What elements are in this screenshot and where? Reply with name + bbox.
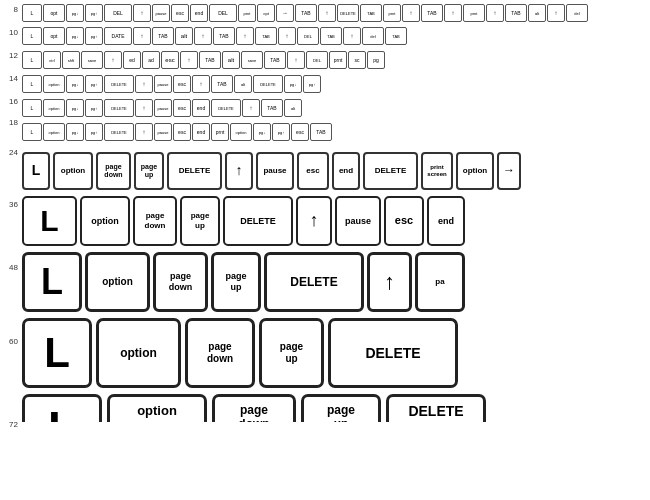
key-opt-14[interactable]: option [43, 75, 65, 93]
key-save2-12[interactable]: save [241, 51, 263, 69]
key-pagedown-72[interactable]: pagedown [212, 394, 296, 422]
key-prnt2-8[interactable]: prnt [383, 4, 401, 22]
key-up-18[interactable]: ↑ [135, 123, 153, 141]
key-del4-8[interactable]: del [566, 4, 588, 22]
key-ed-12[interactable]: ed [123, 51, 141, 69]
key-up-24[interactable]: ↑ [225, 152, 253, 190]
key-del2-14[interactable]: DELETE [253, 75, 283, 93]
key-tab4-8[interactable]: TAB [505, 4, 527, 22]
key-up2-16[interactable]: ↑ [242, 99, 260, 117]
key-tab-18[interactable]: TAB [310, 123, 332, 141]
key-up4-8[interactable]: ↑ [444, 4, 462, 22]
key-delete-24[interactable]: DELETE [167, 152, 222, 190]
key-option-48[interactable]: option [85, 252, 150, 312]
key-pageup-60[interactable]: pageup [259, 318, 324, 388]
key-end-36[interactable]: end [427, 196, 465, 246]
key-up3-8[interactable]: ↑ [402, 4, 420, 22]
key-up2-14[interactable]: ↑ [192, 75, 210, 93]
key-pgup-8[interactable]: pg↑ [85, 4, 103, 22]
key-pgup-16[interactable]: pg↑ [85, 99, 103, 117]
key-tab2-8[interactable]: TAB [360, 4, 382, 22]
key-alt-8[interactable]: alt [528, 4, 546, 22]
key-prnt-8[interactable]: prnt [238, 4, 256, 22]
key-ctrl-12[interactable]: ctrl [43, 51, 61, 69]
key-delete2-24[interactable]: DELETE [363, 152, 418, 190]
key-pageup-24[interactable]: pageup [134, 152, 164, 190]
key-alt-12[interactable]: alt [222, 51, 240, 69]
key-up2-12[interactable]: ↑ [180, 51, 198, 69]
key-esc-14[interactable]: esc [173, 75, 191, 93]
key-pause-24[interactable]: pause [256, 152, 294, 190]
key-pgdn-8[interactable]: pg↓ [66, 4, 84, 22]
key-delete-48[interactable]: DELETE [264, 252, 364, 312]
key-pause-14[interactable]: pause [154, 75, 172, 93]
key-up3-12[interactable]: ↑ [287, 51, 305, 69]
key-L-18[interactable]: L [22, 123, 42, 141]
key-pause-18[interactable]: pause [154, 123, 172, 141]
key-pagedown-60[interactable]: pagedown [185, 318, 255, 388]
key-option-36[interactable]: option [80, 196, 130, 246]
key-up-10[interactable]: ↑ [133, 27, 151, 45]
key-del-8[interactable]: DEL [104, 4, 132, 22]
key-pagedown-24[interactable]: pagedown [96, 152, 131, 190]
key-tab3-8[interactable]: TAB [421, 4, 443, 22]
key-pause-36[interactable]: pause [335, 196, 381, 246]
key-del-14[interactable]: DELETE [104, 75, 134, 93]
key-right-8[interactable]: → [276, 4, 294, 22]
key-sc-12[interactable]: sc [348, 51, 366, 69]
key-alt-14[interactable]: alt [234, 75, 252, 93]
key-tab-16[interactable]: TAB [261, 99, 283, 117]
key-tab2-12[interactable]: TAB [264, 51, 286, 69]
key-esc-16[interactable]: esc [173, 99, 191, 117]
key-esc2-18[interactable]: esc [291, 123, 309, 141]
key-del2-16[interactable]: DELETE [211, 99, 241, 117]
key-prnt-18[interactable]: prnt [211, 123, 229, 141]
key-up5-10[interactable]: ↑ [343, 27, 361, 45]
key-tab-14[interactable]: TAB [211, 75, 233, 93]
key-up-48[interactable]: ↑ [367, 252, 412, 312]
key-del-18[interactable]: DELETE [104, 123, 134, 141]
key-tab3-10[interactable]: TAB [255, 27, 277, 45]
key-pgdn2-14[interactable]: pg↓ [284, 75, 302, 93]
key-up-12[interactable]: ↑ [104, 51, 122, 69]
key-del2-10[interactable]: del [362, 27, 384, 45]
key-delete-72[interactable]: DELETE [386, 394, 486, 422]
key-option-72[interactable]: option [107, 394, 207, 422]
key-up-16[interactable]: ↑ [135, 99, 153, 117]
key-delete-60[interactable]: DELETE [328, 318, 458, 388]
key-tab-10[interactable]: TAB [152, 27, 174, 45]
key-up2-10[interactable]: ↑ [194, 27, 212, 45]
key-opt-18[interactable]: option [43, 123, 65, 141]
key-up3-10[interactable]: ↑ [236, 27, 254, 45]
key-pa-48[interactable]: pa [415, 252, 465, 312]
key-ad-12[interactable]: ad [142, 51, 160, 69]
key-pagedown-48[interactable]: pagedown [153, 252, 208, 312]
key-L-48[interactable]: L [22, 252, 82, 312]
key-L-12[interactable]: L [22, 51, 42, 69]
key-printscreen-24[interactable]: printscreen [421, 152, 453, 190]
key-up4-10[interactable]: ↑ [278, 27, 296, 45]
key-del-12[interactable]: DEL [306, 51, 328, 69]
key-pgdn-14[interactable]: pg↓ [66, 75, 84, 93]
key-pgup-14[interactable]: pg↑ [85, 75, 103, 93]
key-pgdn-16[interactable]: pg↓ [66, 99, 84, 117]
key-opt2-18[interactable]: option [230, 123, 252, 141]
key-option2-24[interactable]: option [456, 152, 494, 190]
key-delete-36[interactable]: DELETE [223, 196, 293, 246]
key-tab4-10[interactable]: TAB [320, 27, 342, 45]
key-pause-16[interactable]: pause [154, 99, 172, 117]
key-L-14[interactable]: L [22, 75, 42, 93]
key-prnt3-8[interactable]: prnt [463, 4, 485, 22]
key-end-8[interactable]: end [190, 4, 208, 22]
key-end-18[interactable]: end [192, 123, 210, 141]
key-pgdn2-18[interactable]: pg↓ [253, 123, 271, 141]
key-up6-8[interactable]: ↑ [547, 4, 565, 22]
key-L-60[interactable]: L [22, 318, 92, 388]
key-del-10[interactable]: DEL [297, 27, 319, 45]
key-option-60[interactable]: option [96, 318, 181, 388]
key-pgup2-18[interactable]: pg↑ [272, 123, 290, 141]
key-option-24[interactable]: option [53, 152, 93, 190]
key-end-24[interactable]: end [332, 152, 360, 190]
key-tab2-10[interactable]: TAB [213, 27, 235, 45]
key-L-16[interactable]: L [22, 99, 42, 117]
